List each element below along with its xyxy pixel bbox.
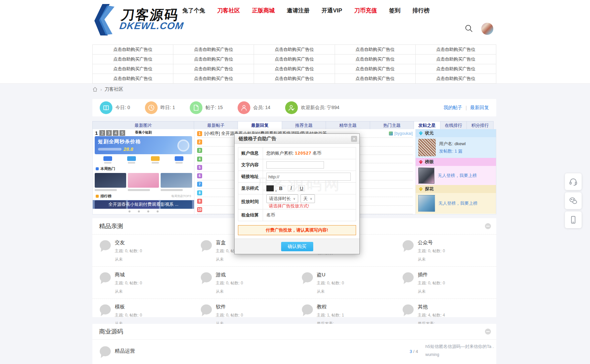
tab-精华主题[interactable]: 精华主题 [326, 121, 370, 129]
zhuangyuan-avatar[interactable] [418, 139, 436, 156]
user-avatar[interactable] [481, 23, 493, 35]
carousel-caption[interactable]: 全开源香蕉小短剧付费观看影视系 ... [93, 200, 194, 209]
duration-select[interactable]: 请选择时长∨ [266, 194, 298, 203]
stat-item: 欢迎新会员: 宁894 [285, 101, 339, 114]
collapse-icon[interactable] [485, 223, 491, 229]
ad-slot[interactable]: 点击自助购买广告位 [173, 64, 254, 74]
ad-slot[interactable]: 点击自助购买广告位 [93, 64, 173, 74]
board-name[interactable]: 游戏 [216, 272, 243, 278]
board-name[interactable]: 插件 [418, 272, 445, 278]
italic-button[interactable]: I [288, 185, 294, 191]
tab-最新帖子[interactable]: 最新帖子 [194, 121, 238, 129]
tanhua-empty-link[interactable]: 无人登榜，我要上榜 [438, 200, 478, 206]
tab-积分排行[interactable]: 积分排行 [467, 121, 494, 129]
nav-item[interactable]: 签到 [389, 7, 400, 14]
ad-slot[interactable]: 点击自助购买广告位 [254, 55, 335, 64]
board-盗U[interactable]: 盗U主题: 0, 帖数: 0从未 [294, 267, 396, 298]
ad-slot[interactable]: 点击自助购买广告位 [254, 45, 335, 55]
tab-最新图片[interactable]: 最新图片 [92, 121, 194, 129]
ad-slot[interactable]: 点击自助购买广告位 [173, 55, 254, 64]
collapse-icon[interactable] [485, 329, 491, 335]
stat-item: 会员: 14 [238, 101, 270, 114]
board-name[interactable]: 商城 [115, 272, 142, 278]
site-logo[interactable]: 刀客源码 DKEWL.COM [92, 3, 184, 36]
home-icon[interactable] [92, 87, 98, 92]
ad-slot[interactable]: 点击自助购买广告位 [416, 45, 496, 55]
nav-item[interactable]: 排行榜 [412, 7, 429, 14]
mobile-button[interactable] [565, 211, 582, 228]
ad-slot[interactable]: 点击自助购买广告位 [416, 74, 496, 84]
carousel-page-4[interactable]: 4 [113, 130, 118, 136]
unit-select[interactable]: 天∨ [301, 194, 315, 203]
board-公众号[interactable]: 公众号主题: 0, 帖数: 0从未 [395, 235, 496, 266]
stat-item: 帖子: 15 [190, 101, 223, 114]
board-name[interactable]: 盗U [317, 272, 344, 278]
latest-replies-link[interactable]: 最新回复 [470, 105, 489, 111]
board-游戏[interactable]: 游戏主题: 0, 帖数: 0从未 [193, 267, 294, 298]
ad-slot[interactable]: 点击自助购买广告位 [173, 45, 254, 55]
board-交友[interactable]: 交友主题: 0, 帖数: 0从未 [92, 235, 193, 266]
board-插件[interactable]: 插件主题: 0, 帖数: 0从未 [395, 267, 496, 298]
ad-slot[interactable]: 点击自助购买广告位 [93, 45, 173, 55]
bangyan-empty-link[interactable]: 无人登榜，我要上榜 [438, 173, 477, 179]
image-carousel[interactable]: 12345 香蕉小短剧 短剧全网秒杀价格 28.8 本周热门 [93, 129, 194, 214]
underline-button[interactable]: U [298, 185, 305, 191]
tab-最新回复[interactable]: 最新回复 [238, 121, 282, 129]
biz-latest-post[interactable]: h5短信匿名信源码—封来信你的Ta ... [425, 344, 494, 350]
board-商城[interactable]: 商城主题: 0, 帖数: 0从未 [92, 267, 193, 298]
ad-slot[interactable]: 点击自助购买广告位 [335, 74, 416, 84]
ad-link-input[interactable] [266, 173, 351, 181]
board-name[interactable]: 软件 [216, 304, 243, 310]
tab-发贴之星[interactable]: 发贴之星 [414, 121, 440, 129]
logo-domain: DKEWL.COM [119, 20, 184, 31]
board-stats: 主题: 0, 帖数: 0 [317, 280, 344, 286]
ad-slot[interactable]: 点击自助购买广告位 [254, 64, 335, 74]
breadcrumb-section[interactable]: 刀客社区 [104, 86, 123, 92]
nav-item[interactable]: 邀请注册 [287, 7, 310, 14]
user-value[interactable]: dkewl [454, 141, 466, 146]
close-icon[interactable]: ✕ [351, 136, 357, 142]
ad-slot[interactable]: 点击自助购买广告位 [335, 55, 416, 64]
ad-slot[interactable]: 点击自助购买广告位 [416, 64, 496, 74]
carousel-page-1[interactable]: 1 [94, 130, 98, 136]
board-name[interactable]: 模板 [115, 304, 142, 310]
carousel-page-2[interactable]: 2 [99, 130, 105, 136]
board-name[interactable]: 教程 [317, 304, 344, 310]
dialog-title: 链接格子自助广告 [235, 134, 359, 144]
customer-service-button[interactable] [565, 173, 582, 190]
ad-slot[interactable]: 点击自助购买广告位 [254, 74, 335, 84]
nav-item[interactable]: 刀客社区 [217, 7, 240, 14]
biz-latest-author[interactable]: wuming [425, 352, 494, 357]
bold-button[interactable]: B [277, 186, 284, 191]
ad-slot[interactable]: 点击自助购买广告位 [173, 74, 254, 84]
board-name[interactable]: 公众号 [418, 240, 445, 246]
nav-item[interactable]: 兔了个兔 [182, 7, 205, 14]
tab-推荐主题[interactable]: 推荐主题 [282, 121, 326, 129]
author-link[interactable]: [bygoukai] [394, 131, 413, 136]
search-icon[interactable] [465, 24, 473, 33]
posts-label: 发帖数: [439, 149, 453, 154]
logo-icon [92, 3, 118, 36]
nav-item[interactable]: 刀币充值 [354, 7, 377, 14]
ad-slot[interactable]: 点击自助购买广告位 [335, 45, 416, 55]
tab-在线排行[interactable]: 在线排行 [440, 121, 467, 129]
tab-热门主题[interactable]: 热门主题 [370, 121, 414, 129]
carousel-page-5[interactable]: 5 [119, 130, 125, 136]
wechat-button[interactable] [565, 192, 582, 209]
ad-slot[interactable]: 点击自助购买广告位 [335, 64, 416, 74]
text-label: 文字内容 [238, 159, 263, 171]
board-name[interactable]: 交友 [115, 240, 142, 246]
confirm-purchase-button[interactable]: 确认购买 [281, 242, 313, 251]
nav-item[interactable]: 正版商城 [252, 7, 275, 14]
color-swatch[interactable] [266, 185, 274, 191]
carousel-page-3[interactable]: 3 [106, 130, 112, 136]
ad-slot[interactable]: 点击自助购买广告位 [416, 55, 496, 64]
my-posts-link[interactable]: 我的帖子 [443, 105, 462, 111]
biz-board[interactable]: 精品运营 [100, 346, 135, 356]
ad-slot[interactable]: 点击自助购买广告位 [93, 55, 173, 64]
board-name[interactable]: 其他 [418, 304, 445, 310]
ad-text-input[interactable] [266, 161, 324, 169]
stat-label: 今日: 0 [115, 105, 130, 111]
ad-slot[interactable]: 点击自助购买广告位 [93, 74, 173, 84]
nav-item[interactable]: 开通VIP [322, 7, 342, 14]
